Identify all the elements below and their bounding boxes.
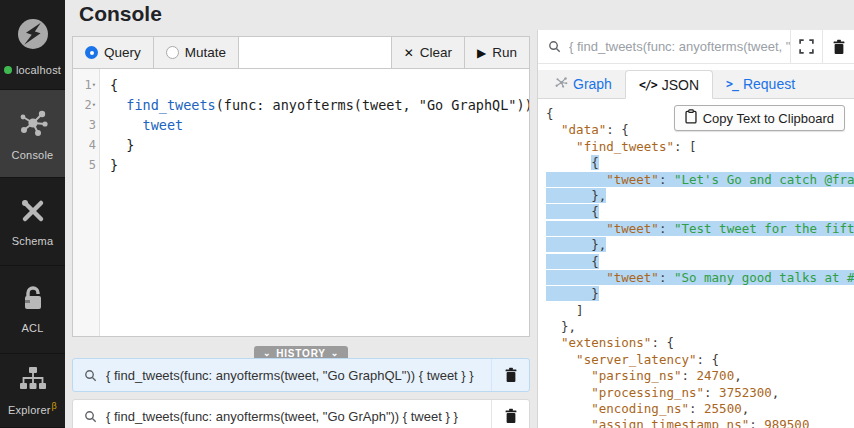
run-button[interactable]: ▶ Run bbox=[464, 37, 529, 68]
mutate-mode-label: Mutate bbox=[185, 45, 226, 60]
json-line: "parsing_ns": 24700, bbox=[546, 368, 854, 384]
clipboard-icon bbox=[685, 109, 697, 127]
clear-button[interactable]: ✕ Clear bbox=[391, 37, 464, 68]
json-token: }, bbox=[546, 188, 606, 203]
history-item[interactable]: { find_tweets(func: anyofterms(tweet, "G… bbox=[72, 399, 530, 428]
json-token: "parsing_ns" bbox=[591, 368, 681, 383]
json-line: }, bbox=[546, 319, 854, 335]
fold-arrow-icon[interactable]: ▾ bbox=[92, 101, 96, 109]
json-token: "Let's Go and catch @francesc bbox=[674, 172, 854, 187]
json-token: "data" bbox=[561, 122, 606, 137]
tab-graph[interactable]: Graph bbox=[542, 70, 625, 98]
json-token: "extensions" bbox=[561, 335, 651, 350]
clear-button-label: Clear bbox=[420, 45, 452, 60]
history-query-text: { find_tweets(func: anyofterms(tweet, "G… bbox=[106, 368, 491, 383]
result-query-bar[interactable]: { find_tweets(func: anyofterms(tweet, "G… bbox=[538, 30, 854, 64]
search-icon bbox=[84, 369, 97, 382]
query-editor[interactable]: 1▾2▾345 { find_tweets(func: anyofterms(t… bbox=[72, 68, 530, 337]
json-line: { bbox=[546, 204, 854, 220]
delete-result-button[interactable] bbox=[823, 30, 854, 63]
toolbar-spacer bbox=[239, 37, 391, 68]
tab-json[interactable]: </>JSON bbox=[625, 70, 713, 99]
sidebar-item-console[interactable]: Console bbox=[0, 90, 65, 178]
json-token: { bbox=[546, 254, 599, 269]
json-line: { bbox=[546, 155, 854, 171]
code-line: find_tweets(func: anyofterms(tweet, "Go … bbox=[110, 95, 529, 115]
dgraph-logo-icon bbox=[12, 13, 54, 59]
json-token: 3752300 bbox=[719, 385, 772, 400]
json-token: "find_tweets" bbox=[576, 139, 674, 154]
json-token: : { bbox=[651, 335, 674, 350]
line-number: 2▾ bbox=[73, 95, 99, 115]
tab-request[interactable]: >_Request bbox=[713, 70, 808, 98]
editor-gutter: 1▾2▾345 bbox=[73, 69, 100, 336]
page-title: Console bbox=[79, 2, 162, 26]
mutate-radio[interactable] bbox=[166, 46, 179, 59]
json-token: ] bbox=[546, 303, 584, 318]
json-token: , bbox=[772, 385, 780, 400]
query-toolbar: Query Mutate ✕ Clear ▶ Run bbox=[72, 36, 530, 69]
json-token: { bbox=[546, 106, 554, 121]
json-token: { bbox=[591, 155, 599, 170]
code-line: } bbox=[110, 135, 529, 155]
terminal-prompt-icon: >_ bbox=[726, 77, 738, 91]
line-number: 5 bbox=[73, 155, 99, 175]
editor-code[interactable]: { find_tweets(func: anyofterms(tweet, "G… bbox=[101, 69, 529, 336]
json-line: "tweet": "Test tweet for the fifth epis bbox=[546, 221, 854, 237]
json-token bbox=[546, 368, 591, 383]
sitemap-icon bbox=[18, 366, 48, 396]
code-token: } bbox=[110, 137, 134, 153]
search-icon bbox=[548, 40, 561, 53]
json-token: 25500 bbox=[704, 401, 742, 416]
tab-label: JSON bbox=[662, 77, 699, 93]
fold-arrow-icon[interactable]: ▾ bbox=[92, 81, 96, 89]
sidebar-item-acl[interactable]: ACL bbox=[0, 266, 65, 354]
line-number: 4 bbox=[73, 135, 99, 155]
code-token: { bbox=[110, 77, 118, 93]
code-line: { bbox=[110, 75, 529, 95]
json-result-view[interactable]: Copy Text to Clipboard { "data": { "find… bbox=[538, 99, 854, 428]
history-item[interactable]: { find_tweets(func: anyofterms(tweet, "G… bbox=[72, 358, 530, 392]
query-mode-button[interactable]: Query bbox=[73, 37, 154, 68]
line-number: 1▾ bbox=[73, 75, 99, 95]
json-token: "tweet" bbox=[606, 172, 659, 187]
json-line: "tweet": "Let's Go and catch @francesc bbox=[546, 172, 854, 188]
json-token: { bbox=[546, 204, 599, 219]
json-token: : bbox=[659, 221, 674, 236]
fullscreen-button[interactable] bbox=[791, 30, 822, 63]
mutate-mode-button[interactable]: Mutate bbox=[154, 37, 239, 68]
history-query-text: { find_tweets(func: anyofterms(tweet, "G… bbox=[106, 409, 491, 424]
code-brackets-icon: </> bbox=[639, 78, 657, 92]
json-token: 989500 bbox=[764, 417, 809, 428]
sidebar-item-schema[interactable]: Schema bbox=[0, 178, 65, 266]
status-dot bbox=[4, 66, 12, 74]
json-line: "assign_timestamp_ns": 989500 bbox=[546, 417, 854, 428]
json-token: : bbox=[681, 368, 696, 383]
sidebar-item-explorer[interactable]: Explorerβ bbox=[0, 354, 65, 428]
delete-history-button[interactable] bbox=[491, 400, 529, 428]
json-token: "tweet" bbox=[606, 221, 659, 236]
selected-text: "tweet": "So many good talks at #grapho bbox=[546, 270, 854, 285]
json-line: }, bbox=[546, 237, 854, 253]
query-radio[interactable] bbox=[85, 46, 98, 59]
json-token bbox=[546, 401, 591, 416]
line-number: 3 bbox=[73, 115, 99, 135]
sidebar-item-localhost[interactable]: localhost bbox=[0, 0, 65, 90]
copy-to-clipboard-button[interactable]: Copy Text to Clipboard bbox=[674, 105, 845, 131]
json-line: "processing_ns": 3752300, bbox=[546, 385, 854, 401]
json-token: "processing_ns" bbox=[591, 385, 704, 400]
code-token bbox=[110, 117, 143, 133]
selected-text: } bbox=[546, 286, 599, 301]
json-token bbox=[546, 385, 591, 400]
json-token bbox=[546, 352, 576, 367]
selected-text: { bbox=[546, 204, 599, 219]
result-query-text: { find_tweets(func: anyofterms(tweet, "G… bbox=[569, 39, 790, 54]
json-token bbox=[546, 221, 606, 236]
json-line: "server_latency": { bbox=[546, 352, 854, 368]
graph-icon bbox=[555, 76, 568, 92]
json-token: "assign_timestamp_ns" bbox=[591, 417, 749, 428]
delete-history-button[interactable] bbox=[491, 359, 529, 391]
json-line: ] bbox=[546, 303, 854, 319]
connection-status: localhost bbox=[4, 64, 61, 76]
selected-text: }, bbox=[546, 237, 606, 252]
